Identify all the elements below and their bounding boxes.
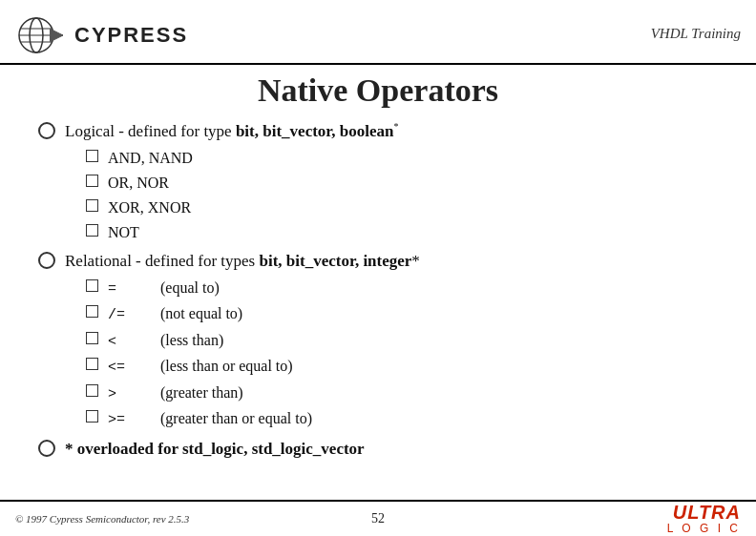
bullet-circle-relational <box>38 252 55 269</box>
logical-item-1: AND, NAND <box>108 147 193 170</box>
logical-item-4: NOT <box>108 221 139 244</box>
sub-bullet <box>86 175 98 187</box>
sub-bullet <box>86 410 98 423</box>
ultra-text: ULTRA <box>673 503 741 522</box>
relational-item-6: >=(greater than or equal to) <box>108 407 312 432</box>
logical-text: Logical - defined for type bit, bit_vect… <box>65 120 399 143</box>
relational-text: Relational - defined for types bit, bit_… <box>65 250 420 273</box>
list-item: XOR, XNOR <box>86 196 718 219</box>
relational-item-2: /=(not equal to) <box>108 302 242 327</box>
ultra-logic-brand: ULTRA L o g i c <box>667 503 741 535</box>
relational-item-3: <(less than) <box>108 329 223 354</box>
list-item: >=(greater than or equal to) <box>86 407 718 432</box>
main-content: Logical - defined for type bit, bit_vect… <box>0 120 756 460</box>
logical-item-3: XOR, XNOR <box>108 196 191 219</box>
sub-bullet <box>86 199 98 212</box>
bullet-circle-overloaded <box>38 440 55 457</box>
relational-asterisk: * <box>411 252 420 270</box>
sub-bullet <box>86 332 98 344</box>
cypress-logo-icon <box>15 8 71 63</box>
logical-bold: bit, bit_vector, boolean <box>236 122 394 140</box>
overloaded-text: * overloaded for std_logic, std_logic_ve… <box>65 438 365 461</box>
bullet-circle-logical <box>38 122 55 139</box>
logical-bullet: Logical - defined for type bit, bit_vect… <box>38 120 718 143</box>
relational-item-4: <=(less than or equal to) <box>108 355 293 380</box>
logical-item-2: OR, NOR <box>108 172 169 195</box>
list-item: OR, NOR <box>86 172 718 195</box>
relational-prefix: Relational - defined for types <box>65 252 259 270</box>
list-item: =(equal to) <box>86 277 718 301</box>
sub-bullet <box>86 305 98 318</box>
logic-text: L o g i c <box>667 522 741 535</box>
slide-title: Native Operators <box>0 72 756 109</box>
logical-asterisk: * <box>394 121 399 132</box>
sub-bullet <box>86 279 98 292</box>
sub-bullet <box>86 150 98 162</box>
cypress-logo-area: CYPRESS <box>15 8 188 63</box>
relational-bullet: Relational - defined for types bit, bit_… <box>38 250 718 273</box>
relational-item-1: =(equal to) <box>108 277 220 301</box>
slide: CYPRESS VHDL Training Native Operators L… <box>0 0 756 536</box>
logical-sub-list: AND, NAND OR, NOR XOR, XNOR NOT <box>86 147 718 244</box>
footer: © 1997 Cypress Semiconductor, rev 2.5.3 … <box>0 500 756 536</box>
sub-bullet <box>86 224 98 237</box>
list-item: AND, NAND <box>86 147 718 170</box>
sub-bullet <box>86 358 98 370</box>
list-item: /=(not equal to) <box>86 302 718 327</box>
overloaded-bullet: * overloaded for std_logic, std_logic_ve… <box>38 438 718 461</box>
footer-copyright: © 1997 Cypress Semiconductor, rev 2.5.3 <box>15 513 189 525</box>
list-item: NOT <box>86 221 718 244</box>
logo-text: CYPRESS <box>74 23 188 48</box>
list-item: >(greater than) <box>86 381 718 406</box>
header-subtitle: VHDL Training <box>651 26 741 46</box>
footer-page-number: 52 <box>371 511 385 526</box>
sub-bullet <box>86 384 98 397</box>
list-item: <(less than) <box>86 329 718 354</box>
relational-sub-list: =(equal to) /=(not equal to) <(less than… <box>86 277 718 432</box>
logical-prefix: Logical - defined for type <box>65 122 236 140</box>
header: CYPRESS VHDL Training <box>0 0 756 65</box>
list-item: <=(less than or equal to) <box>86 355 718 380</box>
relational-item-5: >(greater than) <box>108 381 243 406</box>
relational-bold: bit, bit_vector, integer <box>259 252 411 270</box>
